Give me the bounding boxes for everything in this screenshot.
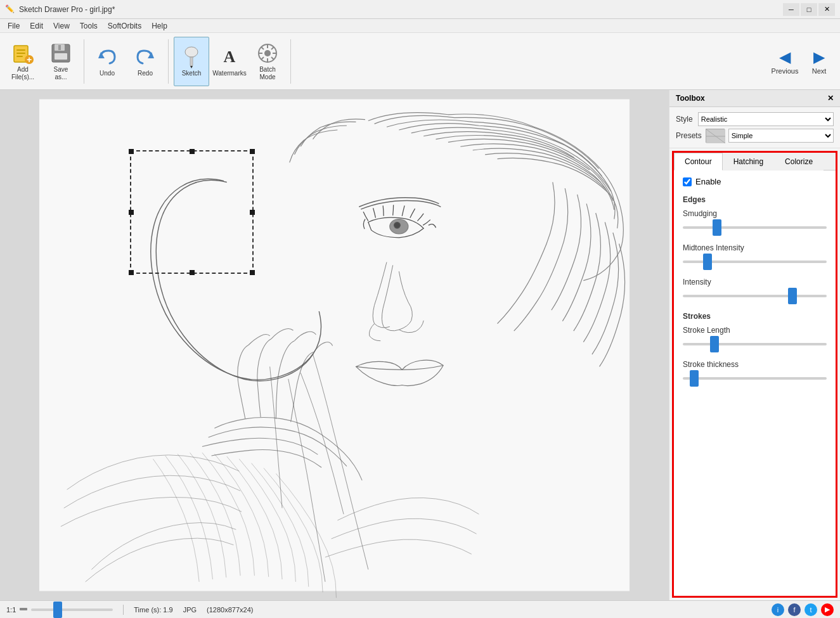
menu-tools[interactable]: Tools [75, 20, 103, 32]
next-label: Next [812, 67, 827, 75]
tab-hatching[interactable]: Hatching [723, 153, 774, 171]
canvas-area[interactable] [0, 90, 669, 600]
intensity-track [683, 289, 827, 303]
smudging-label: Smudging [683, 209, 827, 218]
svg-point-12 [185, 47, 198, 57]
save-as-label: Saveas... [54, 66, 68, 81]
batch-mode-button[interactable]: BatchMode [250, 37, 285, 86]
svg-text:A: A [224, 48, 236, 66]
previous-icon: ◀ [779, 48, 791, 66]
midtones-intensity-slider[interactable] [683, 261, 827, 263]
stroke-length-label: Stroke Length [683, 326, 827, 335]
menu-file[interactable]: File [3, 20, 25, 32]
toolbar-separator-2 [168, 39, 169, 84]
stroke-length-slider[interactable] [683, 343, 827, 345]
zoom-icon [18, 604, 29, 615]
minimize-button[interactable]: ─ [783, 3, 799, 16]
menu-help[interactable]: Help [146, 20, 172, 32]
youtube-icon[interactable]: ▶ [821, 603, 834, 616]
style-select[interactable]: Realistic Simple Detailed Artistic [698, 112, 834, 126]
undo-icon [96, 46, 119, 68]
svg-marker-14 [190, 66, 193, 68]
next-icon: ▶ [813, 48, 825, 66]
intensity-label: Intensity [683, 278, 827, 286]
zoom-level: 1:1 [6, 606, 16, 614]
smudging-track [683, 221, 827, 235]
save-as-button[interactable]: Saveas... [43, 37, 79, 86]
add-files-icon: + [11, 42, 34, 65]
stroke-thickness-label: Stroke thickness [683, 360, 827, 369]
format-label: JPG [183, 606, 197, 614]
time-label: Time (s): 1.9 [134, 606, 172, 614]
add-files-label: AddFile(s)... [11, 66, 34, 81]
svg-text:+: + [27, 55, 32, 65]
previous-button[interactable]: ◀ Previous [769, 37, 801, 86]
sketch-button[interactable]: Sketch [174, 37, 209, 86]
status-bar: 1:1 Time (s): 1.9 JPG (1280x877x24) i f … [0, 600, 840, 618]
style-label: Style [676, 115, 693, 124]
twitter-icon[interactable]: t [804, 603, 817, 616]
svg-line-25 [271, 47, 274, 49]
watermarks-button[interactable]: A Watermarks [212, 37, 247, 86]
svg-rect-1 [16, 49, 25, 51]
navigation-buttons: ◀ Previous ▶ Next [769, 37, 835, 86]
stroke-thickness-track [683, 371, 827, 385]
tab-bar: Contour Hatching Colorize [674, 153, 836, 171]
strokes-heading: Strokes [683, 312, 827, 321]
facebook-icon[interactable]: f [788, 603, 801, 616]
undo-label: Undo [100, 70, 115, 77]
maximize-button[interactable]: □ [801, 3, 817, 16]
menu-view[interactable]: View [48, 20, 75, 32]
enable-label: Enable [695, 177, 721, 186]
zoom-slider[interactable] [31, 608, 113, 611]
next-button[interactable]: ▶ Next [803, 37, 835, 86]
smudging-slider[interactable] [683, 226, 827, 229]
stroke-thickness-slider[interactable] [683, 377, 827, 380]
redo-icon [134, 46, 157, 68]
undo-button[interactable]: Undo [89, 37, 125, 86]
tab-contour[interactable]: Contour [674, 153, 723, 171]
params-panel: Contour Hatching Colorize Enable Edges S… [672, 151, 837, 598]
svg-line-26 [261, 57, 264, 60]
sketch-icon [180, 46, 203, 68]
stroke-length-track [683, 337, 827, 351]
app-title: Sketch Drawer Pro - girl.jpg* [19, 5, 783, 14]
intensity-slider[interactable] [683, 295, 827, 297]
toolbox-close-icon[interactable]: ✕ [827, 94, 834, 103]
status-icons: i f t ▶ [772, 603, 834, 616]
close-button[interactable]: ✕ [818, 3, 835, 16]
intensity-group: Intensity [683, 278, 827, 303]
svg-rect-9 [58, 45, 61, 50]
redo-button[interactable]: Redo [127, 37, 163, 86]
main-area: Toolbox ✕ Style Realistic Simple Detaile… [0, 90, 840, 600]
presets-label: Presets [676, 131, 702, 140]
previous-label: Previous [772, 67, 799, 75]
presets-select[interactable]: Simple Default Soft Hard [728, 129, 834, 143]
midtones-intensity-label: Midtones Intensity [683, 243, 827, 252]
midtones-intensity-track [683, 255, 827, 269]
enable-checkbox[interactable] [683, 177, 692, 186]
params-content: Enable Edges Smudging Midtones Intensity [674, 171, 836, 596]
menu-edit[interactable]: Edit [25, 20, 48, 32]
sketch-label: Sketch [182, 70, 202, 77]
svg-rect-34 [20, 608, 27, 610]
svg-rect-13 [190, 57, 193, 66]
tab-colorize[interactable]: Colorize [774, 153, 824, 171]
toolbox-header: Toolbox ✕ [669, 90, 840, 107]
sketch-image [0, 90, 669, 600]
info-icon[interactable]: i [772, 603, 784, 616]
enable-row: Enable [683, 177, 827, 186]
svg-rect-3 [16, 56, 23, 57]
svg-line-24 [271, 57, 274, 60]
menu-softorbits[interactable]: SoftOrbits [103, 20, 146, 32]
redo-label: Redo [138, 70, 153, 77]
add-files-button[interactable]: + AddFile(s)... [5, 37, 41, 86]
batch-mode-label: BatchMode [259, 66, 276, 81]
stroke-length-group: Stroke Length [683, 326, 827, 351]
watermarks-icon: A [218, 46, 241, 68]
style-row: Style Realistic Simple Detailed Artistic [676, 112, 834, 126]
toolbar-separator-1 [84, 39, 84, 84]
svg-rect-2 [16, 53, 25, 54]
toolbar: + AddFile(s)... Saveas... Undo [0, 33, 840, 90]
menu-bar: File Edit View Tools SoftOrbits Help [0, 19, 840, 33]
